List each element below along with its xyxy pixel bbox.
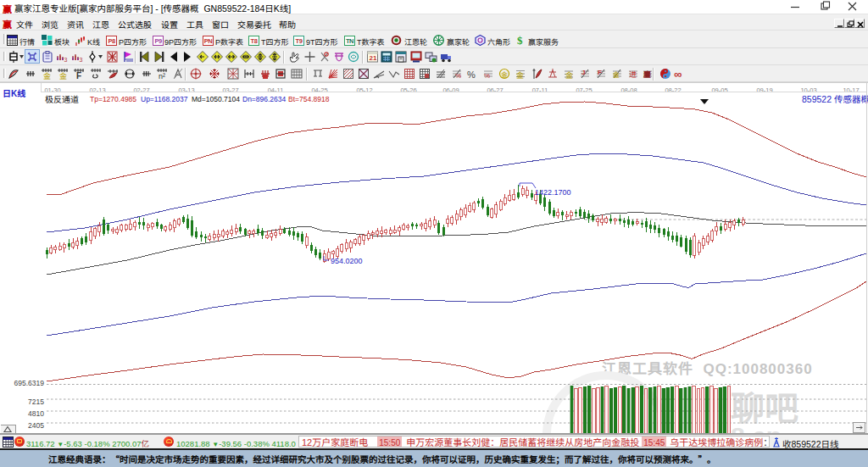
svg-text:21: 21	[370, 53, 377, 62]
svg-text:1422.1700: 1422.1700	[535, 186, 571, 197]
svg-text:金: 金	[516, 69, 524, 81]
svg-text:金: 金	[43, 70, 51, 80]
svg-text:进: 进	[629, 69, 637, 80]
svg-text:$: $	[517, 34, 523, 46]
svg-text:金: 金	[501, 69, 508, 79]
svg-text:954.0200: 954.0200	[331, 255, 363, 266]
svg-text:%: %	[467, 68, 476, 80]
svg-text:鏖: 鏖	[643, 69, 651, 80]
svg-text:%: %	[484, 70, 490, 80]
svg-text:3: 3	[64, 55, 68, 63]
svg-text:F: F	[76, 69, 81, 80]
svg-text:金: 金	[565, 69, 573, 81]
svg-text:3: 3	[80, 55, 83, 63]
svg-text:∞: ∞	[674, 68, 682, 80]
svg-text:金: 金	[613, 69, 620, 79]
svg-text:金: 金	[59, 70, 67, 80]
svg-text:F: F	[598, 68, 602, 76]
svg-text:%: %	[455, 70, 461, 80]
svg-text:n²: n²	[159, 70, 165, 80]
svg-text:J: J	[581, 68, 585, 76]
